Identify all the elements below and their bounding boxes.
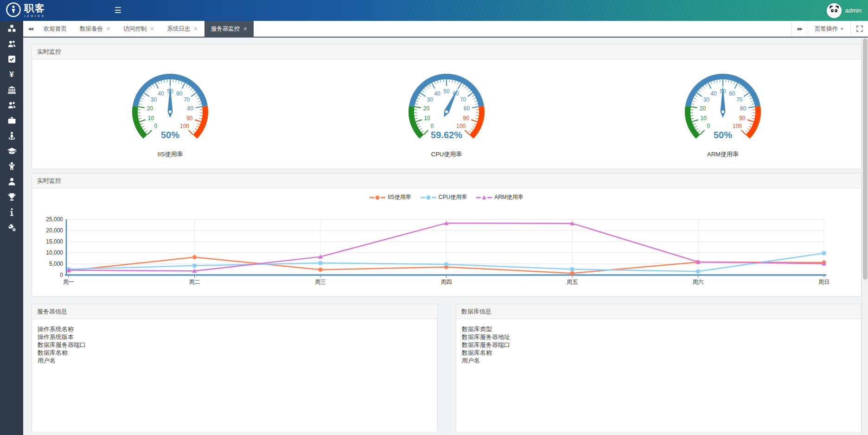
graduation-cap-icon xyxy=(7,146,17,156)
tab-label: 系统日志 xyxy=(167,25,190,33)
info-item: 操作系统版本 xyxy=(38,333,432,341)
info-item: 用户名 xyxy=(462,357,855,365)
gauge-IIS使用率: 010203040506070809010050% xyxy=(110,63,230,145)
svg-text:25,000: 25,000 xyxy=(46,216,63,223)
fullscreen-toggle-icon[interactable] xyxy=(850,21,868,37)
svg-text:100: 100 xyxy=(733,123,742,129)
top-navbar: 职客 IZHIKE ☰ admin xyxy=(0,0,868,21)
logo-subtext: IZHIKE xyxy=(24,14,46,18)
users-icon xyxy=(7,100,17,110)
gears-icon xyxy=(7,223,17,232)
tab-服务器监控[interactable]: 服务器监控✕ xyxy=(204,21,254,37)
tab-close-icon[interactable]: ✕ xyxy=(243,26,247,32)
sidebar-item-street-view[interactable] xyxy=(0,128,23,143)
tab-close-icon[interactable]: ✕ xyxy=(150,26,154,32)
svg-text:周六: 周六 xyxy=(693,279,704,285)
sidebar-item-gears[interactable] xyxy=(0,220,23,235)
briefcase-icon xyxy=(7,115,17,125)
svg-text:20: 20 xyxy=(147,105,153,112)
legend-marker-icon xyxy=(421,195,436,200)
gauge-CPU使用率: 010203040506070809010059.62% xyxy=(386,63,507,145)
svg-text:60: 60 xyxy=(729,90,735,97)
gauge-cell-CPU使用率: 010203040506070809010059.62%CPU使用率 xyxy=(308,59,585,169)
sidebar-item-yen[interactable]: ¥ xyxy=(0,67,23,82)
sidebar-item-briefcase[interactable] xyxy=(0,113,23,128)
sidebar-item-users[interactable] xyxy=(0,36,23,51)
tab-label: 服务器监控 xyxy=(211,25,240,33)
tab-close-icon[interactable]: ✕ xyxy=(193,26,198,32)
tab-访问控制[interactable]: 访问控制✕ xyxy=(117,21,160,37)
sidebar-item-user[interactable] xyxy=(0,174,23,189)
info-item: 数据库名称 xyxy=(462,349,855,357)
svg-text:90: 90 xyxy=(463,115,469,122)
tab-close-icon[interactable]: ✕ xyxy=(106,26,110,32)
tab-系统日志[interactable]: 系统日志✕ xyxy=(160,21,204,37)
svg-text:周五: 周五 xyxy=(567,279,578,285)
legend-label: IIS使用率 xyxy=(388,193,411,201)
tab-operations-dropdown[interactable]: 页签操作 ▼ xyxy=(808,21,850,37)
child-icon xyxy=(7,161,17,171)
trophy-icon xyxy=(7,192,17,202)
sidebar-item-graduation-cap[interactable] xyxy=(0,143,23,159)
app-logo[interactable]: 职客 IZHIKE xyxy=(0,2,46,19)
main-content: 实时监控 010203040506070809010050%IIS使用率0102… xyxy=(23,38,868,435)
svg-text:0: 0 xyxy=(154,123,158,129)
svg-text:70: 70 xyxy=(736,96,743,103)
gauge-title: CPU使用率 xyxy=(431,150,462,159)
vertical-scrollbar[interactable] xyxy=(862,38,868,435)
sidebar-nav: ¥ xyxy=(0,21,23,435)
svg-text:40: 40 xyxy=(158,90,164,97)
gauge-cell-ARM使用率: 010203040506070809010050%ARM使用率 xyxy=(585,59,861,169)
svg-text:0: 0 xyxy=(431,123,434,129)
yen-icon: ¥ xyxy=(9,70,13,79)
sidebar-item-cubes[interactable] xyxy=(0,21,23,36)
server-info-title: 服务器信息 xyxy=(32,304,437,319)
svg-text:20: 20 xyxy=(423,105,430,112)
tabs-scroll-left-icon[interactable]: ◀◀ xyxy=(23,21,37,37)
tab-数据备份[interactable]: 数据备份✕ xyxy=(73,21,117,37)
gauges-panel: 实时监控 010203040506070809010050%IIS使用率0102… xyxy=(32,44,862,169)
sidebar-item-child[interactable] xyxy=(0,159,23,174)
tab-bar: ◀◀ 欢迎首页数据备份✕访问控制✕系统日志✕服务器监控✕ ▶▶ 页签操作 ▼ xyxy=(23,21,868,38)
tab-欢迎首页[interactable]: 欢迎首页 xyxy=(37,21,73,37)
sidebar-item-trophy[interactable] xyxy=(0,189,23,205)
username-label: admin xyxy=(845,7,862,14)
legend-item-IIS使用率[interactable]: IIS使用率 xyxy=(370,193,411,201)
info-icon xyxy=(7,207,17,217)
svg-text:0: 0 xyxy=(60,272,63,278)
svg-text:周四: 周四 xyxy=(441,279,452,285)
svg-text:40: 40 xyxy=(434,90,440,97)
line-chart-panel: 实时监控 05,00010,00015,00020,00025,000周一周二周… xyxy=(32,173,862,297)
svg-text:10: 10 xyxy=(700,115,707,122)
user-menu[interactable]: admin xyxy=(827,0,862,21)
database-info-title: 数据库信息 xyxy=(456,304,861,319)
gauge-value: 50% xyxy=(161,130,179,140)
logo-text: 职客 xyxy=(24,3,46,13)
menu-toggle-icon[interactable]: ☰ xyxy=(115,6,121,15)
tabs-scroll-right-icon[interactable]: ▶▶ xyxy=(791,21,808,37)
sidebar-item-check-square[interactable] xyxy=(0,51,23,67)
legend-item-CPU使用率[interactable]: CPU使用率 xyxy=(421,193,467,201)
tab-label: 访问控制 xyxy=(123,25,147,33)
sidebar-item-users-2[interactable] xyxy=(0,97,23,113)
gauge-title: IIS使用率 xyxy=(158,150,183,159)
svg-text:30: 30 xyxy=(151,96,157,103)
gauge-ARM使用率: 010203040506070809010050% xyxy=(663,63,783,145)
usage-line-chart: 05,00010,00015,00020,00025,000周一周二周三周四周五… xyxy=(32,188,861,297)
svg-text:0: 0 xyxy=(707,123,710,129)
bank-icon xyxy=(7,85,17,95)
database-info-panel: 数据库信息 数据库类型数据库服务器地址数据库服务器端口数据库名称用户名 xyxy=(456,304,862,432)
svg-text:30: 30 xyxy=(427,96,434,103)
info-item: 数据库服务器地址 xyxy=(462,333,855,341)
svg-text:70: 70 xyxy=(460,96,466,103)
sidebar-item-info[interactable] xyxy=(0,205,23,220)
gauge-cell-IIS使用率: 010203040506070809010050%IIS使用率 xyxy=(32,59,308,169)
legend-marker-icon xyxy=(370,195,385,200)
sidebar-item-bank[interactable] xyxy=(0,82,23,97)
gauges-panel-title: 实时监控 xyxy=(32,45,861,59)
users-icon xyxy=(7,39,17,49)
scrollbar-thumb[interactable] xyxy=(863,38,868,280)
legend-marker-icon xyxy=(476,195,492,200)
legend-item-ARM使用率[interactable]: ARM使用率 xyxy=(476,193,523,201)
gauge-value: 59.62% xyxy=(431,130,462,140)
